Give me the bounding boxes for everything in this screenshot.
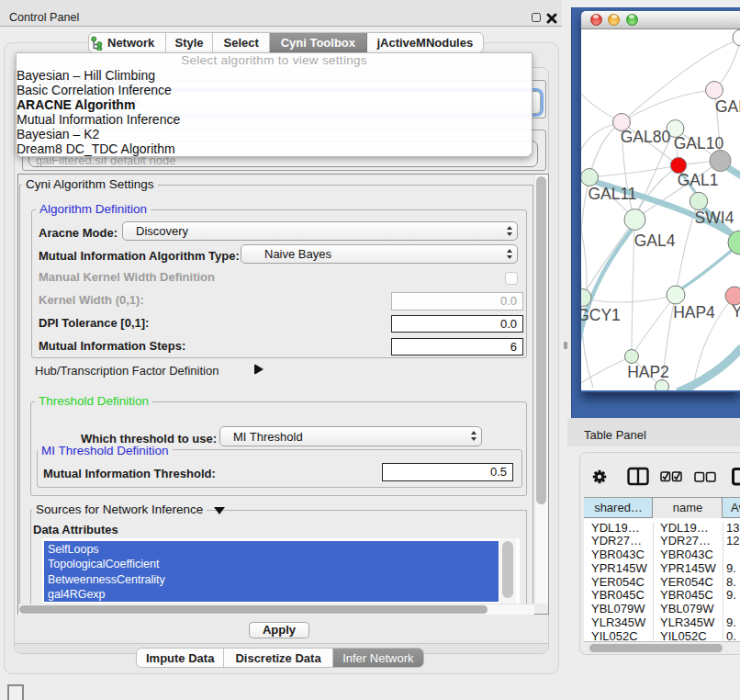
svg-text:GCY1: GCY1 bbox=[581, 306, 621, 324]
svg-text:GAL80: GAL80 bbox=[621, 128, 671, 146]
svg-text:GAL1: GAL1 bbox=[678, 171, 719, 189]
svg-text:GAL4: GAL4 bbox=[634, 231, 676, 250]
svg-text:GAL7: GAL7 bbox=[715, 97, 740, 116]
svg-text:YJ: YJ bbox=[732, 302, 740, 321]
svg-text:HAP2: HAP2 bbox=[627, 363, 669, 381]
svg-text:SWI4: SWI4 bbox=[695, 209, 734, 227]
svg-text:HAP4: HAP4 bbox=[673, 303, 715, 322]
svg-text:GAL10: GAL10 bbox=[674, 134, 724, 152]
svg-text:GAL11: GAL11 bbox=[588, 185, 636, 203]
